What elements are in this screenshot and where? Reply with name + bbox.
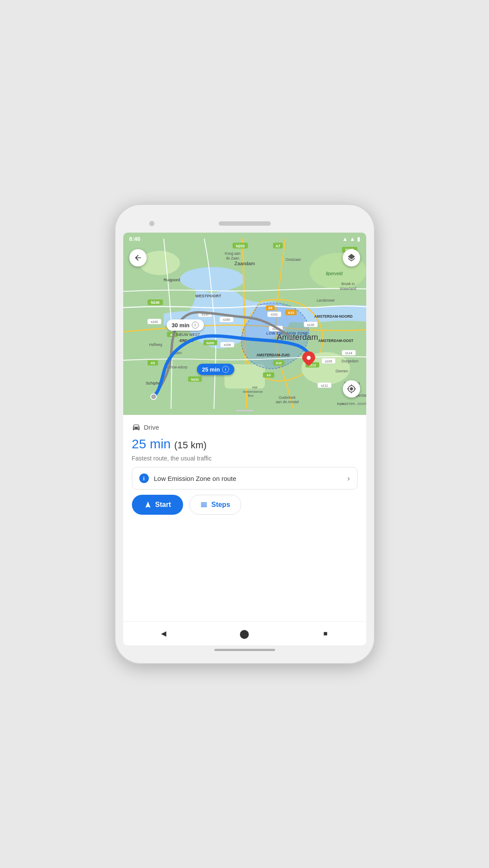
route-description: Fastest route, the usual traffic — [132, 455, 358, 462]
car-icon — [132, 423, 141, 431]
svg-text:Het: Het — [252, 385, 258, 389]
wifi-icon: ▲ — [342, 236, 348, 242]
status-bar: 8:46 ▲ ▲ ▮ — [123, 233, 366, 245]
battery-icon: ▮ — [357, 236, 360, 242]
svg-text:WESTPOORT: WESTPOORT — [195, 294, 221, 298]
svg-text:Ouderkerk: Ouderkerk — [279, 395, 296, 400]
bottom-panel: Drive 25 min (15 km) Fastest route, the … — [123, 415, 366, 621]
svg-text:Durgedam: Durgedam — [341, 359, 358, 363]
svg-text:N232: N232 — [191, 378, 199, 381]
svg-text:Ruigoord: Ruigoord — [164, 278, 180, 282]
svg-text:AMSTERDAM-NOORD: AMSTERDAM-NOORD — [314, 314, 352, 319]
speaker — [219, 221, 271, 226]
svg-text:Zaandam: Zaandam — [234, 261, 255, 266]
svg-text:s102: s102 — [151, 320, 158, 324]
signal-icon: ▲ — [350, 236, 355, 242]
map-svg: N203 A7 N235 N246 s150 s150 A5 N200 s104… — [123, 233, 366, 415]
svg-text:s109: s109 — [325, 359, 332, 363]
start-button[interactable]: Start — [132, 495, 183, 515]
svg-text:Landsmeer: Landsmeer — [316, 298, 335, 302]
route-summary: 25 min (15 km) — [132, 437, 358, 451]
phone-top-bar — [123, 217, 366, 230]
svg-text:Koog aan: Koog aan — [225, 251, 240, 256]
svg-text:A9: A9 — [266, 373, 271, 377]
lez-text: Low Emission Zone on route — [154, 475, 236, 482]
svg-text:N246: N246 — [151, 300, 159, 305]
lez-chevron-icon: › — [348, 474, 350, 483]
phone-bottom-bar — [214, 649, 275, 651]
svg-text:AMSTERDAM-OOST: AMSTERDAM-OOST — [318, 339, 354, 343]
camera — [149, 221, 154, 226]
drive-text: Drive — [144, 424, 159, 431]
drive-label: Drive — [132, 423, 358, 431]
route-time-value: 25 min — [132, 437, 171, 451]
lez-banner[interactable]: i Low Emission Zone on route › — [132, 467, 358, 490]
phone-frame: 8:46 ▲ ▲ ▮ — [115, 204, 375, 664]
svg-point-1 — [180, 267, 244, 291]
navigation-icon — [144, 501, 152, 509]
svg-text:A5: A5 — [151, 361, 155, 365]
nav-back-button[interactable]: ◀ — [157, 627, 170, 640]
nav-bar: ◀ ⬤ ■ — [123, 621, 366, 645]
status-icons: ▲ ▲ ▮ — [342, 236, 360, 242]
svg-text:Amsterdamse: Amsterdamse — [243, 390, 263, 394]
svg-text:Waterland: Waterland — [340, 286, 356, 291]
svg-point-84 — [151, 394, 156, 399]
svg-text:s111: s111 — [321, 384, 328, 388]
svg-text:Bijlm...: Bijlm... — [337, 402, 346, 406]
svg-text:Oostzaan: Oostzaan — [286, 257, 301, 262]
alt-route-badge[interactable]: 30 min i — [167, 319, 204, 331]
map-layers-button[interactable] — [343, 249, 360, 266]
svg-text:Ilperveld: Ilperveld — [325, 271, 342, 276]
svg-text:A8: A8 — [268, 306, 272, 310]
svg-text:s101: s101 — [271, 312, 278, 316]
location-button[interactable] — [343, 380, 360, 398]
info-icon-main: i — [222, 366, 229, 373]
svg-text:s114: s114 — [345, 351, 352, 355]
nav-recents-button[interactable]: ■ — [319, 627, 332, 640]
nav-home-button[interactable]: ⬤ — [238, 627, 251, 640]
map-back-button[interactable] — [129, 249, 147, 266]
svg-text:AMSTERDAM-ZUID: AMSTERDAM-ZUID — [256, 353, 289, 357]
svg-text:N200: N200 — [206, 341, 214, 345]
svg-text:A10: A10 — [288, 311, 294, 315]
svg-text:NIEUW WEST: NIEUW WEST — [176, 332, 200, 337]
drag-handle — [236, 410, 253, 411]
svg-text:de Zaan: de Zaan — [226, 256, 239, 260]
status-time: 8:46 — [129, 236, 141, 242]
steps-icon — [200, 501, 208, 509]
svg-text:A10: A10 — [276, 361, 282, 365]
svg-text:aan de Amstel: aan de Amstel — [276, 400, 299, 404]
svg-point-85 — [306, 356, 310, 360]
phone-screen: 8:46 ▲ ▲ ▮ — [123, 233, 366, 645]
svg-text:s104: s104 — [223, 343, 230, 347]
svg-text:Diemen: Diemen — [335, 369, 348, 373]
action-buttons: Start Steps — [132, 495, 358, 515]
steps-button[interactable]: Steps — [189, 495, 241, 515]
svg-text:s150: s150 — [223, 318, 230, 322]
svg-text:s116: s116 — [307, 323, 314, 327]
info-icon-alt: i — [192, 322, 199, 329]
svg-text:Bos: Bos — [248, 394, 253, 398]
main-route-badge[interactable]: 25 min i — [197, 364, 234, 375]
map-area: 8:46 ▲ ▲ ▮ — [123, 233, 366, 415]
route-distance-value: (15 km) — [174, 440, 207, 451]
lez-info-icon: i — [139, 473, 149, 483]
svg-text:Halfweg: Halfweg — [149, 342, 162, 347]
svg-text:Broek in: Broek in — [341, 282, 354, 286]
lez-banner-left: i Low Emission Zone on route — [139, 473, 236, 483]
